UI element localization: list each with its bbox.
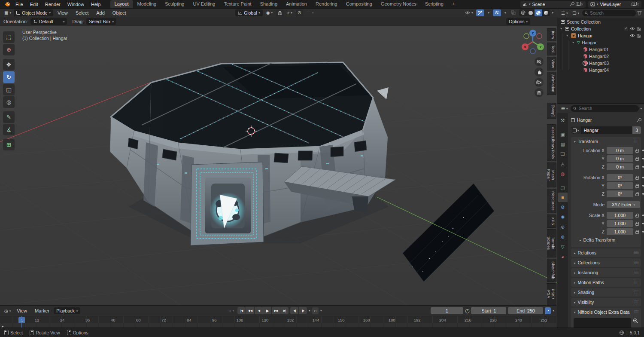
options-dropdown[interactable]: Options ▾ [506, 18, 530, 25]
sidebar-tab-resources[interactable]: Resources [547, 189, 556, 213]
outliner-search[interactable] [582, 10, 636, 16]
shading-caret-icon[interactable]: ▾ [552, 11, 553, 14]
panel-grip-icon[interactable]: ⠿⠿ [634, 139, 638, 144]
collections-panel[interactable]: ▸Collections⠿⠿ [571, 258, 641, 267]
rotate-tool-button[interactable]: ↻ [3, 71, 15, 83]
sidebar-tab-animation[interactable]: Animation [547, 72, 556, 95]
sidebar-tab-assetlibrarytools[interactable]: AssetLibraryTools [547, 124, 556, 161]
gizmo-settings[interactable]: ▾ [486, 9, 491, 16]
timeline-track[interactable] [0, 323, 557, 328]
viewport-menu-object[interactable]: Object [109, 9, 130, 17]
lock-icon[interactable] [635, 193, 639, 196]
properties-editor-selector[interactable]: ☲ ▾ [559, 105, 569, 112]
lock-icon[interactable] [635, 177, 639, 180]
workspace-tab-modeling[interactable]: Modeling [133, 0, 161, 8]
step-caret-icon[interactable]: ▾ [309, 309, 310, 312]
remove-viewlayer-icon[interactable]: × [637, 2, 639, 7]
instancing-panel[interactable]: ▸Instancing⠿⠿ [571, 268, 641, 277]
sidebar-tab-tool[interactable]: Tool [547, 43, 556, 55]
transform-panel-header[interactable]: ▾ Transform ⠿⠿ [571, 137, 641, 146]
outliner-row-hangar04[interactable]: Hangar04 [557, 67, 644, 74]
sidebar-tab-xps[interactable]: XPS [547, 214, 556, 228]
tab-scene[interactable]: ◬ [558, 159, 568, 168]
mode-selector[interactable]: Object Mode ▾ [14, 9, 53, 16]
niftools-data-list[interactable] [574, 318, 631, 328]
animate-dot[interactable] [642, 214, 644, 216]
scale-z-field[interactable]: 1.000 [607, 228, 633, 235]
tab-particles[interactable]: ✺ [558, 212, 568, 222]
scale-x-field[interactable]: 1.000 [607, 212, 633, 219]
tab-constraints[interactable]: ⊛ [558, 232, 568, 242]
blender-logo-icon[interactable] [4, 2, 10, 7]
timeline-menu-playback[interactable]: Playback ▾ [54, 307, 80, 314]
animate-dot[interactable] [642, 177, 644, 178]
tab-tool[interactable]: ⚒ [558, 116, 568, 125]
proportional-editing-toggle[interactable]: ⊙ [296, 9, 303, 16]
workspace-tab-compositing[interactable]: Compositing [342, 0, 377, 8]
gizmo-z-negative[interactable] [530, 49, 535, 54]
lock-icon[interactable] [635, 231, 639, 234]
orientation-dropdown[interactable]: Default ▾ [30, 18, 67, 25]
panel-grip-icon[interactable]: ⠿⠿ [634, 260, 638, 265]
show-gizmo-toggle[interactable] [476, 9, 484, 16]
menu-edit[interactable]: Edit [27, 0, 42, 9]
relations-panel[interactable]: ▸Relations⠿⠿ [571, 248, 641, 257]
viewport-menu-add[interactable]: Add [93, 9, 108, 17]
lock-icon[interactable] [635, 158, 639, 161]
gizmo-y-negative[interactable] [524, 34, 529, 39]
lock-icon[interactable] [635, 166, 639, 169]
menu-render[interactable]: Render [42, 0, 64, 9]
navigation-gizmo[interactable]: Z X Y [520, 29, 546, 55]
viewlayer-name[interactable]: ViewLayer [600, 2, 630, 7]
render-visibility-icon[interactable] [637, 34, 642, 38]
animate-dot[interactable] [642, 166, 644, 168]
tab-view-layer[interactable]: ❏ [558, 149, 568, 159]
location-y-field[interactable]: 0 m [607, 155, 633, 162]
sidebar-tab-view[interactable]: View [547, 57, 556, 70]
overlays-settings[interactable]: ▾ [503, 9, 508, 16]
filter-icon[interactable] [637, 11, 642, 15]
move-tool-button[interactable]: ✥ [3, 59, 15, 70]
proportional-falloff-selector[interactable]: ⌒ ▾ [305, 9, 316, 16]
delta-transform-panel[interactable]: ▸ Delta Transform [574, 236, 638, 244]
outliner-row-scene-collection[interactable]: Scene Collection [557, 18, 644, 25]
object-visibility-selector[interactable]: ▾ [463, 9, 475, 16]
tab-object[interactable]: ■ [558, 193, 568, 202]
object-name-field[interactable]: Hangar [581, 126, 632, 134]
shading-rendered-button[interactable] [542, 9, 550, 16]
frame-end-field[interactable]: End250 [508, 307, 543, 314]
transform-orientation-selector[interactable]: Global ▾ [235, 9, 263, 16]
step-back-button[interactable]: ◀| [290, 307, 298, 314]
sidebar-tab-mesh-repair[interactable]: Mesh Repair [547, 162, 556, 187]
gizmo-x-negative[interactable] [537, 34, 542, 39]
collection-expand-icon[interactable]: ▾ [559, 27, 563, 31]
pin-icon[interactable] [570, 2, 574, 6]
properties-search-input[interactable] [579, 106, 637, 111]
animate-dot[interactable] [642, 223, 644, 224]
sidebar-tab-terrain-scapes[interactable]: Terrain Scapes [547, 229, 556, 257]
xray-toggle[interactable] [509, 9, 517, 16]
timeline-menu-marker[interactable]: Marker [31, 306, 53, 315]
jump-to-start-button[interactable]: |◀ [237, 307, 246, 314]
workspace-tab-sculpting[interactable]: Sculpting [161, 0, 188, 8]
sidebar-tab-psk-psa[interactable]: PSK / PSA [547, 283, 556, 305]
visibility-panel[interactable]: ▸Visibility⠿⠿ [571, 298, 641, 306]
animate-dot[interactable] [642, 150, 644, 151]
sidebar-tab-boop[interactable]: [boop] [547, 103, 556, 119]
timeline-editor-selector[interactable]: ◷ ▾ [3, 307, 12, 314]
scene-caret-icon[interactable]: ▾ [529, 3, 531, 6]
cursor-tool-button[interactable]: ⊕ [3, 44, 15, 55]
outliner-row-collection[interactable]: ▾ Collection ✓ [557, 25, 644, 32]
tab-object-data[interactable]: ▽ [558, 242, 568, 251]
tab-material[interactable]: ◕ [558, 252, 568, 261]
select-box-tool-button[interactable]: ⬚ [3, 31, 15, 43]
perspective-toggle-button[interactable] [535, 88, 544, 97]
auto-keying-toggle[interactable]: ○ ▾ [227, 307, 236, 314]
snap-toggle[interactable] [276, 9, 284, 16]
play-reverse-button[interactable]: ◀ [255, 307, 263, 314]
lock-icon[interactable] [635, 215, 639, 218]
properties-search[interactable] [571, 105, 639, 112]
outliner-search-input[interactable] [590, 11, 633, 15]
viewlayer-selector[interactable]: ▾ ViewLayer × [588, 1, 641, 8]
workspace-tab-texture-paint[interactable]: Texture Paint [219, 0, 255, 8]
